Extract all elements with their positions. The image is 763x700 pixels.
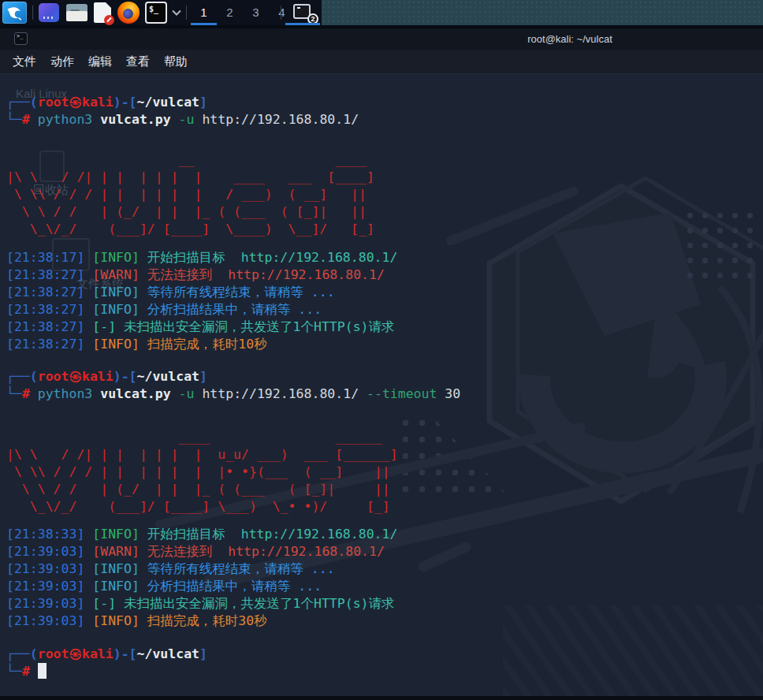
- menu-item-help[interactable]: 帮助: [162, 54, 189, 69]
- taskbar-window-button[interactable]: 2: [285, 0, 320, 25]
- text-segment: [21:38:27]: [6, 267, 92, 282]
- text-segment: 无法连接到 http://192.168.80.1/: [147, 267, 385, 282]
- firefox-icon[interactable]: [117, 2, 140, 24]
- text-segment: 未扫描出安全漏洞，共发送了1个HTTP(s)请求: [124, 319, 394, 334]
- text-segment: └─: [6, 112, 22, 127]
- window-bottom-edge: [0, 696, 763, 700]
- text-segment: [INFO]: [92, 561, 147, 576]
- text-segment: [-]: [92, 319, 124, 334]
- text-segment: 无法连接到 http://192.168.80.1/: [147, 544, 385, 559]
- log-line: [21:39:03] [INFO] 分析扫描结果中，请稍等 ...: [6, 578, 322, 595]
- text-segment: ]: [199, 95, 207, 110]
- text-segment: [21:39:03]: [6, 596, 92, 611]
- text-segment: [21:38:17]: [6, 250, 92, 265]
- chevron-down-icon[interactable]: [172, 9, 181, 16]
- text-segment: #: [22, 386, 38, 401]
- text-segment: [21:38:27]: [6, 337, 92, 352]
- text-segment: ~/vulcat: [137, 646, 199, 661]
- text-segment: #: [22, 664, 38, 679]
- text-segment: [INFO]: [92, 250, 147, 265]
- workspace-2[interactable]: 2: [217, 0, 243, 25]
- log-line: [21:38:27] [WARN] 无法连接到 http://192.168.8…: [6, 266, 385, 284]
- terminal-launcher-icon[interactable]: $_: [145, 2, 167, 24]
- text-segment: root㉿kali: [38, 95, 114, 110]
- menu-item-file[interactable]: 文件: [11, 54, 38, 69]
- text-segment: http://192.168.80.1/: [202, 112, 359, 127]
- panel-separator: [32, 6, 33, 20]
- text-segment: [21:38:33]: [6, 527, 92, 542]
- log-line: [21:38:27] [INFO] 等待所有线程结束，请稍等 ...: [6, 284, 335, 301]
- icon-detail: [43, 17, 54, 19]
- ascii-banner: ____ ______ |\ \ / /| | | | | | | u_u/ _…: [6, 429, 398, 516]
- text-segment: [-]: [92, 596, 124, 611]
- text-segment: root㉿kali: [38, 369, 114, 384]
- text-segment: [21:38:27]: [6, 285, 92, 300]
- text-segment: 开始扫描目标 http://192.168.80.1/: [147, 527, 398, 542]
- window-count-badge: 2: [307, 13, 318, 24]
- kali-dragon-icon: [5, 4, 24, 21]
- text-segment: -u: [179, 112, 203, 127]
- top-panel: $_ 1 2 3 4 2: [0, 0, 763, 25]
- terminal-glyph: $_: [149, 5, 158, 13]
- text-segment: [21:39:03]: [6, 561, 92, 576]
- text-segment: [WARN]: [92, 544, 147, 559]
- text-segment: [21:38:27]: [6, 319, 92, 334]
- text-segment: vulcat.py: [100, 112, 178, 127]
- menu-item-actions[interactable]: 动作: [49, 54, 76, 69]
- edit-badge-icon: [104, 15, 114, 25]
- panel-edge: [0, 25, 763, 28]
- text-segment: 分析扫描结果中，请稍等 ...: [147, 302, 322, 317]
- log-line: [21:39:03] [INFO] 扫描完成，耗时30秒: [6, 612, 267, 630]
- text-segment: python3: [38, 112, 100, 127]
- panel-wallpaper-area: [322, 0, 763, 25]
- log-line: [21:38:27] [-] 未扫描出安全漏洞，共发送了1个HTTP(s)请求: [6, 318, 395, 336]
- text-segment: 分析扫描结果中，请稍等 ...: [147, 579, 322, 594]
- panel-separator: [281, 6, 281, 20]
- text-segment: 等待所有线程结束，请稍等 ...: [147, 561, 335, 576]
- text-segment: └─: [6, 664, 22, 679]
- menu-bar: 文件 动作 编辑 查看 帮助: [0, 50, 763, 74]
- window-titlebar[interactable]: >_ root@kali: ~/vulcat: [0, 28, 763, 50]
- text-segment: ~/vulcat: [137, 95, 199, 110]
- terminal-titlebar-icon: >_: [14, 32, 28, 45]
- log-line: [21:39:03] [INFO] 等待所有线程结束，请稍等 ...: [6, 560, 335, 578]
- kali-menu-button[interactable]: [2, 2, 27, 24]
- text-segment: python3: [38, 386, 100, 401]
- firefox-globe: [123, 9, 133, 19]
- text-segment: ]: [199, 646, 207, 661]
- text-segment: ┌──(: [6, 369, 38, 384]
- terminal-cursor: [38, 663, 47, 679]
- log-line: [21:38:17] [INFO] 开始扫描目标 http://192.168.…: [6, 249, 397, 266]
- text-segment: 扫描完成，耗时30秒: [147, 613, 267, 628]
- terminal-output[interactable]: ┌──(root㉿kali)-[~/vulcat]└─# python3 vul…: [0, 74, 763, 696]
- prompt-line: ┌──(root㉿kali)-[~/vulcat]: [6, 646, 207, 663]
- ascii-banner: __ ____ |\ \ / /| | | | | | | ____ ___ […: [6, 151, 374, 238]
- text-segment: )-[: [114, 369, 137, 384]
- app-window-icon[interactable]: [39, 3, 59, 22]
- menu-item-edit[interactable]: 编辑: [87, 54, 114, 69]
- menu-item-view[interactable]: 查看: [125, 54, 151, 69]
- text-segment: 扫描完成，耗时10秒: [147, 337, 267, 352]
- text-segment: 30: [445, 386, 460, 401]
- text-segment: )-[: [114, 95, 137, 110]
- prompt-line: ┌──(root㉿kali)-[~/vulcat]: [6, 94, 207, 111]
- text-segment: └─: [6, 386, 22, 401]
- text-segment: ┌──(: [6, 95, 38, 110]
- text-segment: [INFO]: [92, 613, 147, 628]
- workspace-1[interactable]: 1: [191, 0, 217, 25]
- text-segment: #: [22, 112, 38, 127]
- text-segment: -u: [179, 386, 203, 401]
- text-editor-icon[interactable]: [94, 2, 111, 23]
- text-segment: ]: [199, 369, 207, 384]
- workspace-3[interactable]: 3: [243, 0, 269, 25]
- text-segment: [INFO]: [92, 302, 147, 317]
- folder-front: [66, 11, 87, 21]
- text-segment: [WARN]: [92, 267, 147, 282]
- text-segment: 等待所有线程结束，请稍等 ...: [147, 285, 335, 300]
- file-manager-icon[interactable]: [66, 4, 87, 21]
- text-segment: root㉿kali: [38, 646, 114, 661]
- panel-separator: [186, 6, 187, 20]
- command-line: └─# python3 vulcat.py -u http://192.168.…: [6, 111, 359, 128]
- log-line: [21:39:03] [-] 未扫描出安全漏洞，共发送了1个HTTP(s)请求: [6, 595, 395, 612]
- text-segment: --timeout: [367, 386, 445, 401]
